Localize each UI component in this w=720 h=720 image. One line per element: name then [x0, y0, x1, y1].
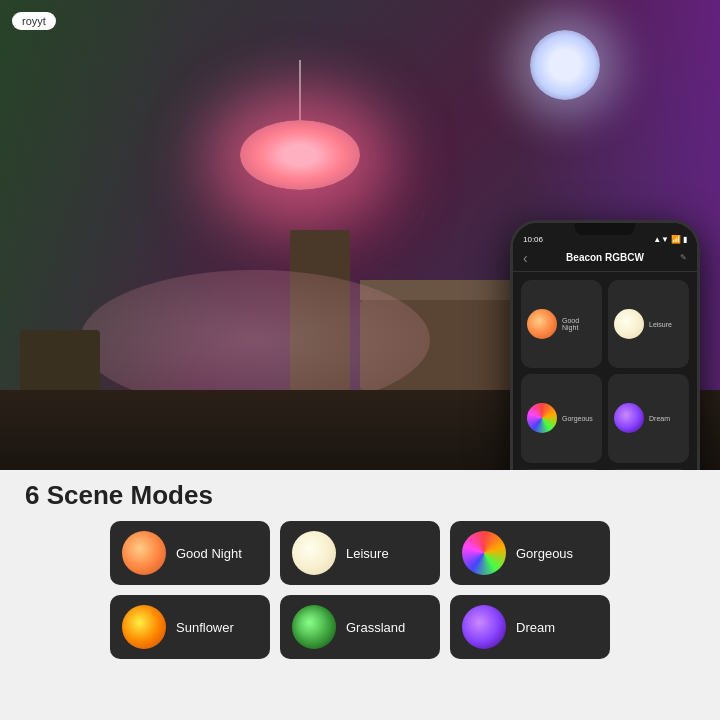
phone-scene-gorgeous[interactable]: Gorgeous [521, 374, 602, 462]
phone-time: 10:06 [523, 235, 543, 244]
scene-card-leisure[interactable]: Leisure [280, 521, 440, 585]
room-scene-background: royyt 10:06 ▲▼ 📶 ▮ [0, 0, 720, 470]
phone-scene-goodnight[interactable]: Good Night [521, 280, 602, 368]
phone-wifi-icon: 📶 [671, 235, 681, 244]
watermark-label: royyt [12, 12, 56, 30]
phone-battery-icon: ▮ [683, 235, 687, 244]
scene-name-sunflower: Sunflower [176, 620, 234, 635]
scene-name-dream: Dream [516, 620, 555, 635]
phone-scene-leisure[interactable]: Leisure [608, 280, 689, 368]
phone-app-title: Beacon RGBCW [566, 252, 644, 263]
phone-app-header: ‹ Beacon RGBCW ✎ [513, 248, 697, 272]
pendant-shade [240, 120, 360, 190]
phone-mockup: 10:06 ▲▼ 📶 ▮ ‹ Beacon RGBCW ✎ Good Night… [510, 220, 700, 470]
phone-scenes-grid: Good NightLeisureGorgeousDreamSunflowerG… [513, 272, 697, 470]
ceiling-light [530, 30, 600, 100]
pendant-cord [299, 60, 301, 120]
phone-scene-orb-gorgeous [527, 403, 557, 433]
scene-orb-grassland [292, 605, 336, 649]
phone-signal-icons: ▲▼ 📶 ▮ [653, 235, 687, 244]
phone-scene-label-goodnight: Good Night [562, 317, 596, 331]
scene-orb-goodnight [122, 531, 166, 575]
phone-screen: 10:06 ▲▼ 📶 ▮ ‹ Beacon RGBCW ✎ Good Night… [513, 223, 697, 470]
scene-name-goodnight: Good Night [176, 546, 242, 561]
scene-orb-sunflower [122, 605, 166, 649]
scene-orb-dream [462, 605, 506, 649]
phone-scene-dream[interactable]: Dream [608, 374, 689, 462]
scene-card-grassland[interactable]: Grassland [280, 595, 440, 659]
dining-table [80, 270, 430, 410]
scene-card-sunflower[interactable]: Sunflower [110, 595, 270, 659]
watermark-text: royyt [22, 15, 46, 27]
scene-card-dream[interactable]: Dream [450, 595, 610, 659]
phone-scene-grassland[interactable]: Grassland [608, 469, 689, 470]
phone-scene-orb-dream [614, 403, 644, 433]
phone-scene-orb-goodnight [527, 309, 557, 339]
phone-back-button[interactable]: ‹ [523, 250, 528, 266]
phone-signal: ▲▼ [653, 235, 669, 244]
phone-scene-label-dream: Dream [649, 415, 670, 422]
phone-edit-button[interactable]: ✎ [680, 253, 687, 262]
phone-notch [575, 223, 635, 235]
scenes-grid: Good NightLeisureGorgeousSunflowerGrassl… [110, 521, 610, 659]
scene-card-gorgeous[interactable]: Gorgeous [450, 521, 610, 585]
phone-scene-label-leisure: Leisure [649, 321, 672, 328]
scene-modes-title: 6 Scene Modes [20, 480, 213, 511]
pendant-lamp [240, 60, 360, 190]
phone-frame: 10:06 ▲▼ 📶 ▮ ‹ Beacon RGBCW ✎ Good Night… [510, 220, 700, 470]
phone-scene-label-gorgeous: Gorgeous [562, 415, 593, 422]
scene-orb-leisure [292, 531, 336, 575]
scene-card-goodnight[interactable]: Good Night [110, 521, 270, 585]
phone-scene-orb-leisure [614, 309, 644, 339]
scene-name-grassland: Grassland [346, 620, 405, 635]
scene-orb-gorgeous [462, 531, 506, 575]
phone-scene-sunflower[interactable]: Sunflower [521, 469, 602, 470]
bottom-section: 6 Scene Modes Good NightLeisureGorgeousS… [0, 470, 720, 720]
scene-name-leisure: Leisure [346, 546, 389, 561]
scene-name-gorgeous: Gorgeous [516, 546, 573, 561]
